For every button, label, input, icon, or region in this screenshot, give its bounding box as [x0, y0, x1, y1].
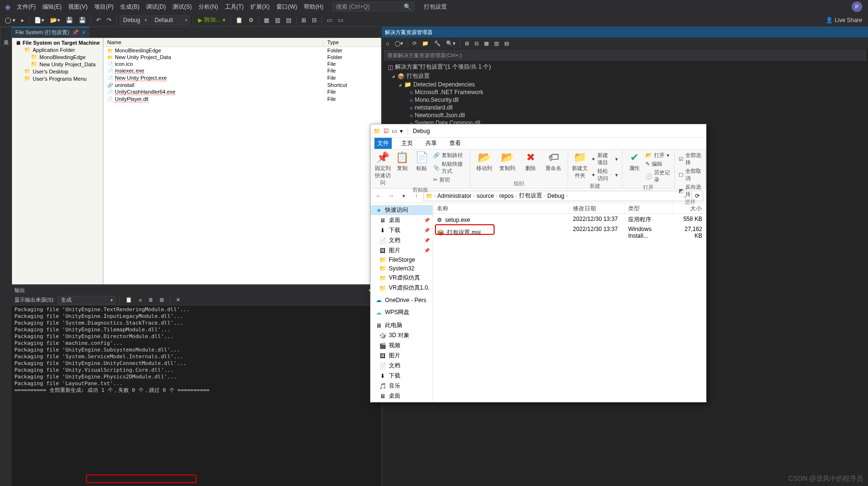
start-button[interactable]: ▶ 附加... ▾ [196, 15, 227, 25]
file-row[interactable]: ⚙setup.exe2022/12/30 13:37应用程序558 KB [433, 215, 706, 225]
new-item-button[interactable]: ✦ 新建项目 ▾ [591, 151, 618, 167]
menu-item[interactable]: 窗口(W) [273, 1, 300, 13]
ribbon-tab-view[interactable]: 查看 [446, 138, 464, 149]
output-source-combo[interactable]: 生成 [58, 296, 115, 304]
qat-dropdown-icon[interactable]: ▾ [400, 128, 403, 134]
fs-row[interactable]: 📄UnityCrashHandler64.exeFile [103, 88, 381, 96]
fs-tree-item[interactable]: 📁User's Desktop [13, 68, 101, 75]
toolbar-btn-e[interactable]: ▤ [284, 16, 293, 24]
new-button[interactable]: 📄▾ [32, 16, 46, 24]
move-to-button[interactable]: 📂移动到 [474, 151, 495, 172]
menu-item[interactable]: 测试(S) [169, 1, 195, 13]
toolbar-btn-d[interactable]: ▥ [273, 16, 282, 24]
menu-item[interactable]: 项目(P) [91, 1, 117, 13]
nav-item[interactable]: 📁VR虚拟仿真 [371, 273, 433, 283]
copy-path-button[interactable]: 🔗 复制路径 [433, 151, 466, 159]
dependency-node[interactable]: ⎋netstandard.dll [382, 104, 868, 111]
fs-tree-item[interactable]: 📁Application Folder [13, 46, 101, 53]
qat-icon[interactable]: ☑ [384, 128, 389, 134]
nav-item[interactable]: 📄文档 [371, 361, 433, 371]
col-type[interactable]: Type [323, 38, 381, 47]
nav-item[interactable]: 🖼图片📌 [371, 245, 433, 255]
address-dropdown-icon[interactable]: ⌄ [682, 193, 687, 199]
nav-quick-access[interactable]: ★快速访问 [371, 205, 433, 215]
fs-tree[interactable]: 🖥 File System on Target Machine 📁Applica… [12, 38, 103, 284]
dependency-node[interactable]: ⎋Mono.Security.dll [382, 96, 868, 104]
output-btn-c[interactable]: ≣ [147, 296, 155, 304]
col-name[interactable]: Name [103, 38, 323, 47]
menu-item[interactable]: 分析(N) [195, 1, 222, 13]
nav-item[interactable]: 🖥桌面 [371, 391, 433, 401]
nav-item[interactable]: 📁System32 [371, 264, 433, 273]
fs-tree-item[interactable]: 📁MonoBleedingEdge [13, 53, 101, 61]
platform-combo[interactable]: Default [151, 15, 190, 25]
pin-button[interactable]: 📌固定到快速访问 [374, 151, 391, 186]
toolbar-btn-g[interactable]: ⊟ [310, 16, 319, 24]
open-button[interactable]: 📂 打开 ▾ [645, 151, 670, 159]
fs-tree-item[interactable]: 📁User's Programs Menu [13, 75, 101, 82]
doc-tab-filesystem[interactable]: File System (打包设置) 📌 ✕ [12, 27, 89, 37]
properties-button[interactable]: ✔属性 [626, 151, 643, 172]
paste-button[interactable]: 📄粘贴 [413, 151, 430, 172]
sol-btn[interactable]: ▤ [502, 39, 511, 48]
sol-btn[interactable]: ⊟ [472, 39, 481, 48]
history-button[interactable]: 🕘 历史记录 [645, 169, 670, 184]
col-type[interactable]: 类型 [624, 203, 672, 213]
nav-item[interactable]: 🎲3D 对象 [371, 330, 433, 340]
config-combo[interactable]: Debug [120, 15, 149, 25]
delete-button[interactable]: ✖删除 [521, 151, 541, 172]
user-avatar[interactable]: P [852, 1, 862, 12]
ribbon-tab-file[interactable]: 文件 [374, 138, 392, 149]
cut-button[interactable]: ✂ 剪切 [433, 176, 466, 184]
nav-item[interactable]: 🎵音乐 [371, 381, 433, 391]
paste-shortcut-button[interactable]: 📎 粘贴快捷方式 [433, 160, 466, 175]
nav-up-button[interactable]: ↑ [411, 191, 422, 201]
menu-item[interactable]: 扩展(X) [247, 1, 273, 13]
qat-icon[interactable]: ▭ [392, 128, 397, 134]
fs-row[interactable]: 📁New Unity Project_DataFolder [103, 54, 381, 61]
sol-btn[interactable]: ◯▾ [393, 39, 405, 48]
col-date[interactable]: 修改日期 [569, 203, 624, 213]
breadcrumb[interactable]: Administrator [436, 193, 472, 199]
forward-button[interactable]: ▸ [19, 16, 26, 24]
fs-tree-root[interactable]: 🖥 File System on Target Machine [13, 39, 101, 46]
nav-wps[interactable]: ☁WPS网盘 [371, 307, 433, 317]
fs-row[interactable]: 📄UnityPlayer.dllFile [103, 96, 381, 103]
fs-tree-item[interactable]: 📁New Unity Project_Data [13, 61, 101, 68]
sol-btn[interactable]: ⊞ [463, 39, 471, 48]
sol-btn[interactable]: 🔧 [432, 39, 443, 48]
col-name[interactable]: 名称 [433, 203, 569, 213]
sol-sync-icon[interactable]: ⟳ [410, 39, 419, 48]
output-btn-e[interactable]: ✕ [174, 296, 182, 304]
menu-item[interactable]: 文件(F) [13, 1, 39, 13]
open-button[interactable]: 📂▾ [48, 16, 62, 24]
toolbar-btn-i[interactable]: ▭ [336, 16, 345, 24]
output-btn-a[interactable]: 📋 [124, 296, 134, 304]
nav-recent-button[interactable]: ▾ [398, 191, 409, 201]
breadcrumb[interactable]: source [476, 193, 495, 199]
deps-folder-node[interactable]: ◢📁Detected Dependencies [382, 81, 868, 88]
breadcrumb[interactable]: 打包设置 [518, 192, 543, 200]
ribbon-tab-share[interactable]: 共享 [422, 138, 440, 149]
solution-node[interactable]: ◫解决方案"打包设置"(1 个项目/共 1 个) [382, 62, 868, 72]
breadcrumb[interactable]: repos [498, 193, 515, 199]
fs-row[interactable]: 📁MonoBleedingEdgeFolder [103, 47, 381, 54]
nav-item[interactable]: 📄文档📌 [371, 235, 433, 245]
menu-item[interactable]: 编辑(E) [39, 1, 65, 13]
select-none-button[interactable]: ☐ 全部取消 [679, 167, 702, 182]
toolbar-btn-f[interactable]: ⊞ [299, 16, 308, 24]
toolbar-btn-b[interactable]: ⚙ [247, 16, 256, 24]
copy-to-button[interactable]: 📂复制到 [497, 151, 518, 172]
nav-forward-button[interactable]: → [386, 191, 397, 201]
fs-row[interactable]: 🔗uninstallShortcut [103, 82, 381, 88]
close-icon[interactable]: ✕ [82, 30, 86, 35]
back-button[interactable]: ◯ ▾ [3, 16, 17, 24]
explorer-file-list[interactable]: ⚙setup.exe2022/12/30 13:37应用程序558 KB📦打包设… [433, 214, 706, 402]
toolbar-btn-a[interactable]: 📋 [234, 16, 245, 24]
sol-btn[interactable]: ▥ [492, 39, 501, 48]
refresh-button[interactable]: ⟳ [692, 191, 703, 201]
menu-item[interactable]: 帮助(H) [300, 1, 327, 13]
nav-onedrive[interactable]: ☁OneDrive - Pers [371, 296, 433, 304]
copy-button[interactable]: 📋复制 [394, 151, 411, 172]
col-size[interactable]: 大小 [672, 203, 706, 213]
